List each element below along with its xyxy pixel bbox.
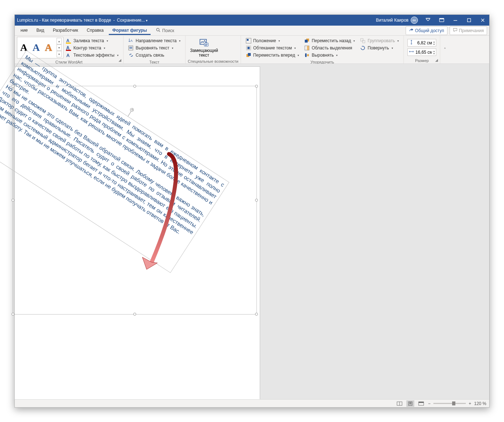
- tab-view[interactable]: Вид: [33, 26, 48, 35]
- align-objects-button[interactable]: Выровнять▾: [303, 52, 356, 58]
- saving-indicator: Сохранение...▾: [117, 18, 148, 23]
- resize-handle[interactable]: [255, 199, 258, 202]
- web-layout-view[interactable]: [417, 400, 425, 407]
- position-icon: [246, 38, 251, 44]
- document-page: ⟳ Мы — группа энтузиастов, одержимых иде…: [15, 67, 260, 399]
- send-backward-button[interactable]: Переместить назад▾: [303, 38, 356, 44]
- read-mode-view[interactable]: [396, 400, 403, 407]
- svg-rect-19: [247, 47, 250, 49]
- svg-rect-21: [248, 53, 251, 56]
- width-up[interactable]: ▴: [433, 50, 435, 52]
- height-icon: [409, 40, 414, 46]
- titlebar: Lumpics.ru - Как переворачивать текст в …: [15, 15, 489, 26]
- gallery-scroll-up[interactable]: ▴: [57, 38, 62, 44]
- bring-forward-button[interactable]: Переместить вперед▾: [245, 52, 300, 58]
- bring-forward-icon: [246, 52, 251, 58]
- svg-rect-33: [419, 402, 424, 403]
- width-down[interactable]: ▾: [433, 52, 435, 55]
- rotate-button[interactable]: Повернуть▾: [359, 45, 400, 51]
- resize-handle[interactable]: [133, 85, 136, 88]
- statusbar: − + 120 %: [15, 399, 489, 407]
- wrap-text-icon: [246, 45, 251, 51]
- svg-rect-18: [247, 39, 249, 41]
- shape-width-input[interactable]: ▴▾: [407, 48, 436, 56]
- height-up[interactable]: ▴: [433, 40, 435, 43]
- text-direction-button[interactable]: A Направление текста▾: [127, 38, 182, 44]
- svg-rect-0: [426, 18, 430, 19]
- ribbon: A A A ▴ ▾ ▾ A Заливка текста▾ A: [15, 36, 489, 64]
- size-launcher[interactable]: ◢: [434, 57, 439, 62]
- text-fill-icon: A: [66, 38, 72, 44]
- tab-unknown-truncated[interactable]: ние: [17, 26, 31, 35]
- resize-handle[interactable]: [255, 313, 258, 316]
- gallery-more[interactable]: ▾: [57, 51, 62, 57]
- svg-rect-9: [66, 50, 71, 51]
- rotated-text-box[interactable]: ⟳ Мы — группа энтузиастов, одержимых иде…: [0, 50, 229, 273]
- text-fill-button[interactable]: A Заливка текста▾: [65, 38, 120, 44]
- selection-pane-button[interactable]: Область выделения: [303, 45, 356, 51]
- text-effects-button[interactable]: A Текстовые эффекты▾: [65, 52, 120, 58]
- tab-developer[interactable]: Разработчик: [49, 26, 82, 35]
- comments-button[interactable]: Примечания: [450, 26, 487, 35]
- svg-text:A: A: [66, 45, 70, 50]
- resize-handle[interactable]: [12, 199, 14, 202]
- ribbon-display-options[interactable]: [422, 15, 434, 26]
- text-outline-button[interactable]: A Контур текста▾: [65, 45, 120, 51]
- svg-rect-13: [129, 47, 132, 48]
- resize-handle[interactable]: [133, 313, 136, 316]
- alt-text-button[interactable]: Замещающий текст: [188, 37, 220, 58]
- zoom-out-button[interactable]: −: [428, 401, 431, 406]
- create-link-button[interactable]: Создать связь: [127, 52, 182, 58]
- ribbon-tabbar: ние Вид Разработчик Справка Формат фигур…: [15, 26, 489, 36]
- tell-me-search[interactable]: Поиск: [156, 27, 174, 34]
- svg-rect-25: [307, 46, 309, 50]
- shape-height-input[interactable]: ▴▾: [407, 39, 436, 47]
- link-icon: [128, 52, 134, 58]
- height-down[interactable]: ▾: [433, 43, 435, 45]
- rotate-icon: [360, 45, 366, 51]
- resize-handle[interactable]: [255, 85, 258, 88]
- position-button[interactable]: Положение▾: [245, 38, 300, 44]
- svg-text:A: A: [66, 53, 70, 58]
- tab-shape-format[interactable]: Формат фигуры: [109, 26, 151, 35]
- gallery-scroll-down[interactable]: ▾: [57, 44, 62, 51]
- wordart-style-2[interactable]: A: [31, 42, 41, 53]
- svg-rect-4: [468, 19, 471, 22]
- text-outline-icon: A: [66, 45, 72, 51]
- ribbon-mode-icon[interactable]: [435, 15, 448, 26]
- svg-rect-3: [454, 20, 457, 21]
- svg-rect-28: [361, 39, 363, 41]
- window-title: Lumpics.ru - Как переворачивать текст в …: [17, 18, 111, 23]
- alt-text-icon: [199, 38, 209, 48]
- wordart-launcher[interactable]: ◢: [117, 57, 122, 62]
- svg-point-5: [157, 28, 159, 31]
- share-icon: [409, 28, 414, 34]
- user-account[interactable]: Виталий Каиров ВК: [373, 17, 421, 24]
- zoom-value[interactable]: 120 %: [474, 401, 486, 406]
- share-button[interactable]: Общий доступ: [406, 26, 447, 35]
- align-text-button[interactable]: Выровнять текст▾: [127, 45, 182, 51]
- collapse-ribbon-button[interactable]: ˄: [440, 47, 450, 52]
- wordart-style-3[interactable]: A: [43, 42, 53, 53]
- text-effects-icon: A: [66, 52, 72, 58]
- resize-handle[interactable]: [12, 313, 14, 316]
- svg-rect-27: [307, 54, 309, 56]
- document-workspace[interactable]: ⟳ Мы — группа энтузиастов, одержимых иде…: [15, 64, 489, 399]
- group-label-size: Размер: [406, 58, 438, 64]
- minimize-button[interactable]: [449, 15, 462, 26]
- rotation-handle[interactable]: ⟳: [129, 107, 134, 113]
- zoom-slider[interactable]: [433, 403, 466, 404]
- print-layout-view[interactable]: [406, 400, 414, 407]
- search-icon: [156, 27, 161, 34]
- svg-rect-14: [129, 48, 132, 49]
- send-backward-icon: [304, 38, 310, 44]
- avatar-icon: ВК: [411, 17, 418, 24]
- tab-help[interactable]: Справка: [83, 26, 107, 35]
- svg-rect-29: [362, 40, 365, 43]
- maximize-button[interactable]: [463, 15, 476, 26]
- zoom-in-button[interactable]: +: [469, 401, 471, 406]
- wrap-text-button[interactable]: Обтекание текстом▾: [245, 45, 300, 51]
- comment-icon: [453, 28, 458, 34]
- close-button[interactable]: [476, 15, 489, 26]
- align-text-icon: [128, 45, 134, 51]
